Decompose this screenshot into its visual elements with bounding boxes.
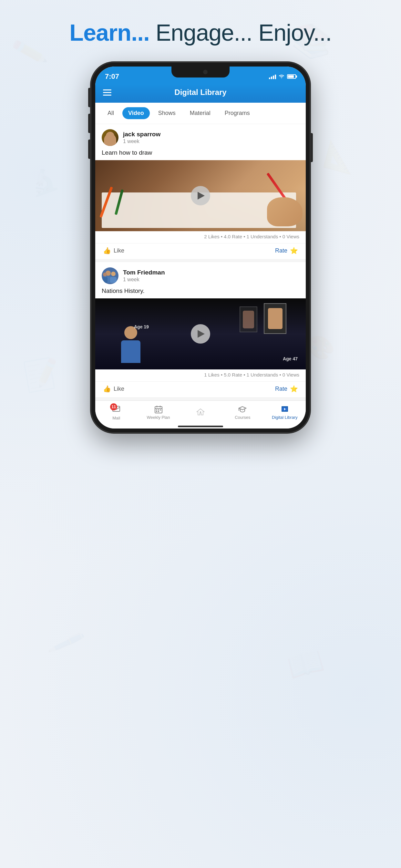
status-time: 7:07 <box>105 72 119 81</box>
nav-item-digital-library[interactable]: Digital Library <box>272 405 298 420</box>
post-header: jack sparrow 1 week <box>95 124 306 149</box>
svg-point-21 <box>200 411 201 413</box>
status-icons <box>269 73 296 80</box>
avatar <box>102 129 119 146</box>
signal-icon <box>269 74 276 79</box>
post-stats: 1 Likes • 5.0 Rate • 1 Understands • 0 V… <box>95 369 306 380</box>
rate-button[interactable]: Rate ⭐ <box>275 247 298 254</box>
svg-text:🖊️: 🖊️ <box>46 623 87 663</box>
svg-rect-11 <box>110 277 117 283</box>
courses-icon <box>238 405 247 414</box>
star-icon: ⭐ <box>290 247 298 254</box>
content-area: jack sparrow 1 week Learn how to draw <box>95 124 306 400</box>
post-user-info: Tom Friedman 1 week <box>123 269 299 283</box>
tab-all[interactable]: All <box>102 107 120 119</box>
svg-point-12 <box>103 273 107 276</box>
portrait-decoration <box>264 303 286 334</box>
menu-button[interactable] <box>103 89 112 96</box>
digital-library-icon <box>281 405 289 414</box>
post-actions: 👍 Like Rate ⭐ <box>95 381 306 397</box>
nav-label-weekly-plan: Weekly Plan <box>147 415 170 420</box>
tab-video[interactable]: Video <box>122 107 150 119</box>
svg-rect-18 <box>160 409 161 410</box>
like-button[interactable]: 👍 Like <box>103 247 124 254</box>
post-actions: 👍 Like Rate ⭐ <box>95 243 306 259</box>
svg-text:🎨: 🎨 <box>307 334 335 361</box>
phone-notch <box>172 66 229 78</box>
nav-label-courses: Courses <box>235 415 250 420</box>
play-button[interactable] <box>191 324 210 344</box>
like-button[interactable]: 👍 Like <box>103 385 124 393</box>
nav-item-weekly-plan[interactable]: Weekly Plan <box>146 405 172 420</box>
phone-frame: 7:07 <box>91 62 310 433</box>
post-username: jack sparrow <box>123 131 299 138</box>
thumbs-up-icon: 👍 <box>103 385 111 393</box>
post-time: 1 week <box>123 277 299 283</box>
svg-rect-25 <box>281 411 288 412</box>
post-card: Tom Friedman 1 week Nations History. <box>95 262 306 397</box>
phone-screen: 7:07 <box>95 66 306 429</box>
play-icon <box>197 192 205 199</box>
play-button[interactable] <box>191 186 210 206</box>
headline-rest: Engage... Enjoy... <box>150 20 332 45</box>
svg-text:📐: 📐 <box>321 138 360 176</box>
nav-label-mail: Mail <box>112 415 120 421</box>
star-icon: ⭐ <box>290 385 298 393</box>
svg-text:📖: 📖 <box>283 643 328 686</box>
like-label: Like <box>114 247 124 254</box>
svg-rect-16 <box>156 409 157 410</box>
svg-text:📝: 📝 <box>21 354 63 395</box>
tab-material[interactable]: Material <box>184 107 216 119</box>
wifi-icon <box>279 73 284 80</box>
avatar <box>102 268 119 284</box>
filter-tabs: All Video Shows Material Programs <box>95 103 306 124</box>
thumbs-up-icon: 👍 <box>103 247 111 254</box>
post-title: Nations History. <box>95 287 306 299</box>
notch-camera <box>203 70 208 74</box>
age-label-19: Age 19 <box>134 324 149 330</box>
like-label: Like <box>114 385 124 392</box>
page-headline: Learn... Engage... Enjoy... <box>69 20 332 46</box>
age-label-47: Age 47 <box>283 356 298 361</box>
post-stats: 2 Likes • 4.0 Rate • 1 Understands • 0 V… <box>95 231 306 242</box>
video-thumbnail[interactable]: Age 19 Age 47 <box>95 299 306 369</box>
svg-rect-24 <box>281 406 288 407</box>
header-title: Digital Library <box>174 88 226 97</box>
svg-rect-17 <box>158 409 159 410</box>
svg-point-10 <box>111 272 116 276</box>
app-header: Digital Library <box>95 84 306 103</box>
portrait-decoration-2 <box>240 306 257 332</box>
post-username: Tom Friedman <box>123 269 299 276</box>
post-card: jack sparrow 1 week Learn how to draw <box>95 124 306 259</box>
post-user-info: jack sparrow 1 week <box>123 131 299 144</box>
speaker-decoration <box>121 326 141 363</box>
bottom-nav: 11 Mail Weekly Plan <box>95 400 306 423</box>
svg-text:🔬: 🔬 <box>25 164 61 199</box>
calendar-icon <box>154 405 163 414</box>
svg-text:✏️: ✏️ <box>10 33 49 71</box>
post-title: Learn how to draw <box>95 149 306 160</box>
battery-icon <box>287 74 296 79</box>
tab-programs[interactable]: Programs <box>219 107 256 119</box>
nav-item-courses[interactable]: Courses <box>229 405 255 420</box>
home-indicator <box>95 423 306 429</box>
headline-learn: Learn... <box>69 20 150 45</box>
post-header: Tom Friedman 1 week <box>95 262 306 287</box>
video-thumbnail[interactable] <box>95 160 306 231</box>
post-time: 1 week <box>123 138 299 144</box>
svg-rect-20 <box>158 411 159 412</box>
nav-label-digital-library: Digital Library <box>272 415 297 420</box>
svg-rect-19 <box>156 411 157 412</box>
rate-button[interactable]: Rate ⭐ <box>275 385 298 393</box>
tab-shows[interactable]: Shows <box>152 107 181 119</box>
hand-decoration <box>267 197 303 226</box>
rate-label: Rate <box>275 385 287 392</box>
svg-rect-13 <box>102 277 107 283</box>
nav-item-home[interactable] <box>188 408 213 417</box>
rate-label: Rate <box>275 247 287 254</box>
home-icon <box>196 408 205 416</box>
play-icon <box>197 330 205 338</box>
nav-item-mail[interactable]: 11 Mail <box>103 405 129 421</box>
